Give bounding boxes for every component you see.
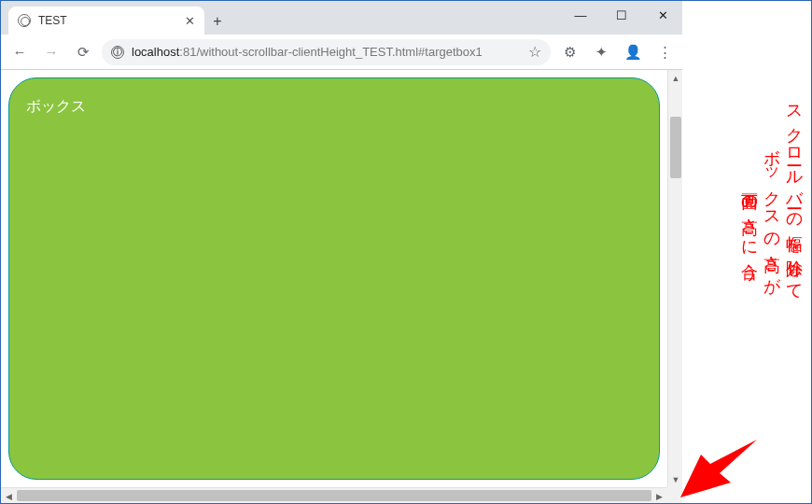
tab-close-icon[interactable]: ✕ xyxy=(185,14,195,28)
back-button[interactable]: ← xyxy=(7,39,33,65)
vertical-scrollbar[interactable]: ▲ ▼ xyxy=(667,70,683,487)
extensions-puzzle-icon[interactable]: ✦ xyxy=(588,39,614,65)
bookmark-star-icon[interactable]: ☆ xyxy=(528,43,541,61)
viewport: ボックス xyxy=(1,70,667,487)
profile-avatar-icon[interactable]: 👤 xyxy=(620,39,646,65)
annotation-line-2: ボックスの高さが xyxy=(761,137,781,287)
address-bar[interactable]: ⓘ localhost:81/without-scrollbar-clientH… xyxy=(102,39,551,65)
new-tab-button[interactable]: + xyxy=(204,8,231,35)
annotation-panel: スクロールバーの幅を除外して ボックスの高さが 画面の高さに合う xyxy=(682,1,812,504)
h-scroll-thumb[interactable] xyxy=(17,490,651,501)
annotation-arrow-icon xyxy=(680,440,757,497)
horizontal-scrollbar[interactable]: ◀ ▶ xyxy=(1,487,683,503)
window-controls: — ☐ ✕ xyxy=(560,1,683,29)
scroll-right-icon[interactable]: ▶ xyxy=(651,488,667,503)
menu-button[interactable]: ⋮ xyxy=(651,39,678,65)
reload-button[interactable]: ⟳ xyxy=(70,39,96,65)
v-scroll-track[interactable] xyxy=(668,86,683,471)
target-box: ボックス xyxy=(8,77,660,480)
maximize-button[interactable]: ☐ xyxy=(601,1,642,29)
browser-window: TEST ✕ + — ☐ ✕ ← → ⟳ ⓘ localhost:81/with… xyxy=(1,1,683,503)
page-content: ボックス ▲ ▼ ◀ ▶ xyxy=(1,70,683,503)
tab-title: TEST xyxy=(38,14,67,27)
v-scroll-thumb[interactable] xyxy=(670,117,681,178)
minimize-button[interactable]: — xyxy=(560,1,601,29)
scroll-up-icon[interactable]: ▲ xyxy=(668,70,683,86)
annotation-line-3: 画面の高さに合う xyxy=(738,180,759,273)
url-text: localhost:81/without-scrollbar-clientHei… xyxy=(132,45,521,59)
forward-button[interactable]: → xyxy=(38,39,64,65)
box-label: ボックス xyxy=(26,98,86,114)
tab-strip: TEST ✕ + — ☐ ✕ xyxy=(1,1,683,35)
extension-1-icon[interactable]: ⚙ xyxy=(556,39,582,65)
nav-toolbar: ← → ⟳ ⓘ localhost:81/without-scrollbar-c… xyxy=(1,35,683,70)
close-window-button[interactable]: ✕ xyxy=(642,1,683,29)
globe-icon xyxy=(18,14,31,27)
tab-test[interactable]: TEST ✕ xyxy=(8,7,204,35)
svg-marker-0 xyxy=(680,440,757,497)
annotation-line-1: スクロールバーの幅を除外して xyxy=(783,94,804,293)
site-info-icon[interactable]: ⓘ xyxy=(111,46,124,59)
scroll-left-icon[interactable]: ◀ xyxy=(1,488,17,503)
